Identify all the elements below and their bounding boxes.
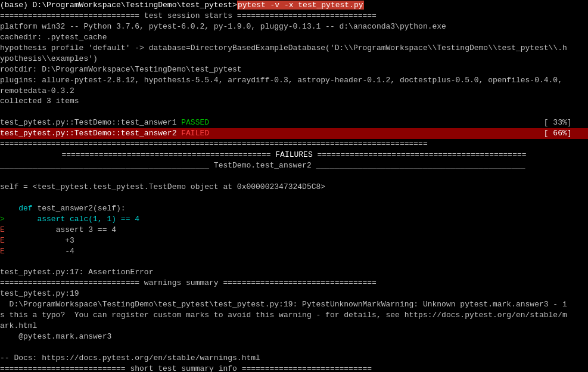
e-label-1: E [0, 225, 5, 234]
blank-4 [0, 257, 588, 268]
cmd-highlight: pytest -v -x test_pytest.py [237, 1, 364, 10]
short-summary-sep: =========================== short test s… [0, 364, 588, 372]
assert-e2: E +3 [0, 235, 588, 246]
hypothesis-line2: ypothesis\\examples') [0, 54, 588, 64]
blank-5 [0, 342, 588, 353]
assert-code: assert calc(1, 1) == 4 [5, 215, 139, 224]
assert-e3: E -4 [0, 246, 588, 257]
sep-line-1: ============================== test sess… [0, 11, 588, 21]
passed-label: PASSED [181, 118, 209, 127]
warn-detail-2: s this a typo? You can register custom m… [0, 310, 588, 321]
test-passed-name: test_pytest.py::TestDemo::test_answer1 [0, 118, 181, 127]
assert-e1: E assert 3 == 4 [0, 225, 588, 235]
failures-sep: ========================================… [0, 139, 588, 150]
collected-line: collected 3 items [0, 96, 588, 107]
remotedata-line: remotedata-0.3.2 [0, 86, 588, 97]
failures-section: ========================================… [0, 150, 588, 160]
cmd-line: (base) D:\ProgramWorkspace\TestingDemo\t… [0, 0, 588, 11]
testdemo-subsection: ________________________________________… [0, 160, 588, 171]
platform-line: platform win32 -- Python 3.7.6, pytest-6… [0, 21, 588, 32]
rootdir-line: rootdir: D:\ProgramWorkspace\TestingDemo… [0, 64, 588, 75]
test-failed-name: test_pytest.py::TestDemo::test_answer2 [0, 129, 181, 138]
cachedir-line: cachedir: .pytest_cache [0, 32, 588, 43]
failed-label: FAILED [181, 129, 209, 138]
error-location: test_pytest.py:17: AssertionError [0, 267, 588, 278]
e-label-3: E [0, 247, 5, 256]
self-line: self = <test_pytest.test_pytest.TestDemo… [0, 182, 588, 193]
blank-2 [0, 171, 588, 182]
e-label-2: E [0, 236, 5, 245]
terminal: (base) D:\ProgramWorkspace\TestingDemo\t… [0, 0, 588, 372]
blank-1 [0, 107, 588, 117]
warn-detail-1: D:\ProgramWorkspace\TestingDemo\test_pyt… [0, 299, 588, 310]
docs-line: -- Docs: https://docs.pytest.org/en/stab… [0, 353, 588, 364]
assert-arrow-line: > assert calc(1, 1) == 4 [0, 214, 588, 225]
cmd-prompt: (base) D:\ProgramWorkspace\TestingDemo\t… [0, 1, 237, 10]
warn-file-line: test_pytest.py:19 [0, 289, 588, 299]
def-rest: test_answer2(self): [33, 204, 126, 213]
warn-detail-3: ark.html [0, 321, 588, 331]
test-passed-line: test_pytest.py::TestDemo::test_answer1 P… [0, 117, 588, 128]
passed-pct: [ 33%] [209, 118, 572, 127]
def-line: def test_answer2(self): [0, 203, 588, 214]
test-failed-line: test_pytest.py::TestDemo::test_answer2 F… [0, 128, 588, 139]
blank-3 [0, 193, 588, 203]
hypothesis-line1: hypothesis profile 'default' -> database… [0, 43, 588, 54]
failed-pct: [ 66%] [209, 129, 572, 138]
assert-arrow: > [0, 215, 5, 224]
warnings-sep: ============================== warnings … [0, 278, 588, 289]
def-keyword: def [0, 204, 33, 213]
plugins-line: plugins: allure-pytest-2.8.12, hypothesi… [0, 75, 588, 86]
warn-decorator: @pytest.mark.answer3 [0, 331, 588, 342]
